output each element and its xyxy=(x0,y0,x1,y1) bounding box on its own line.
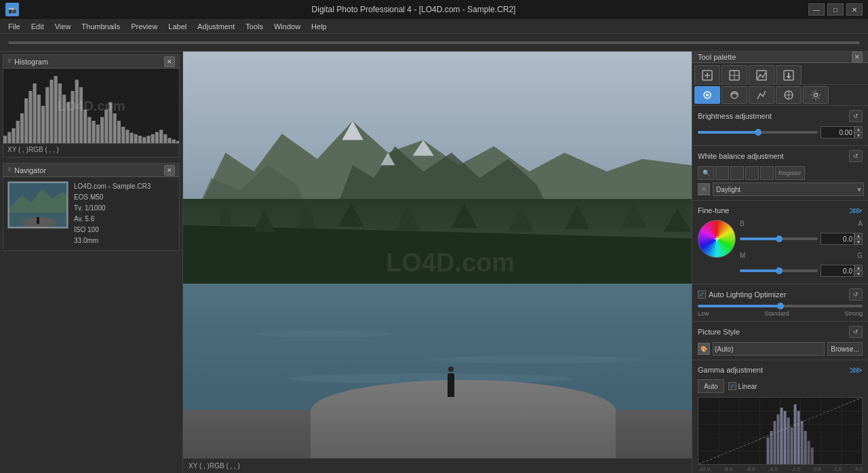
gamma-section: Gamma adjustment ⋙ Auto ✓ Linear xyxy=(692,360,868,473)
wb-register-button[interactable]: Register xyxy=(775,166,805,180)
mg-slider-row: 0.0 ▲ ▼ xyxy=(740,265,863,277)
svg-rect-28 xyxy=(121,127,125,143)
menu-window[interactable]: Window xyxy=(269,21,306,32)
tool-subtab-settings[interactable] xyxy=(803,86,829,104)
tool-palette-title: Tool palette xyxy=(698,53,736,61)
ba-spin-down[interactable]: ▼ xyxy=(854,239,863,245)
alo-section: ✓ Auto Lighting Optimizer ↺ Low Standard… xyxy=(692,284,868,322)
brightness-spin-down[interactable]: ▼ xyxy=(854,132,863,138)
mg-slider[interactable] xyxy=(740,269,818,272)
tool-tab-1[interactable] xyxy=(694,65,720,84)
menu-adjustment[interactable]: Adjustment xyxy=(192,21,240,32)
tool-subtab-wb[interactable] xyxy=(722,86,747,104)
minimize-button[interactable]: — xyxy=(808,3,825,16)
alo-slider[interactable] xyxy=(698,305,863,307)
wb-icons: ↺ xyxy=(849,150,863,162)
histogram-content: LO4D.com xyxy=(3,69,179,143)
maximize-button[interactable]: □ xyxy=(827,3,844,16)
left-panel: ⠿ Histogram ✕ LO4D.com xyxy=(0,52,183,473)
tool-subtab-color[interactable] xyxy=(776,86,802,104)
tool-palette-close-button[interactable]: ✕ xyxy=(852,52,863,62)
wb-btn-2[interactable] xyxy=(730,166,744,180)
menu-edit[interactable]: Edit xyxy=(26,21,50,32)
wb-btn-3[interactable] xyxy=(745,166,759,180)
alo-left: ✓ Auto Lighting Optimizer xyxy=(698,290,786,299)
menu-help[interactable]: Help xyxy=(306,21,332,32)
ba-slider[interactable] xyxy=(740,238,818,240)
menu-file[interactable]: File xyxy=(3,21,26,32)
ps-title: Picture Style xyxy=(698,328,740,336)
fine-tune-expand-icon[interactable]: ⋙ xyxy=(849,205,863,216)
svg-rect-2 xyxy=(12,128,15,143)
alo-reset-button[interactable]: ↺ xyxy=(849,288,863,301)
svg-rect-104 xyxy=(794,404,797,464)
wb-section: White balance adjustment ↺ 🔍 Register ☀ … xyxy=(692,146,868,201)
tool-palette-header: Tool palette ✕ xyxy=(692,52,868,63)
svg-rect-38 xyxy=(163,134,167,143)
svg-marker-62 xyxy=(621,203,647,228)
menu-bar: File Edit View Thumbnails Preview Label … xyxy=(0,19,868,34)
svg-rect-1 xyxy=(7,132,11,144)
menu-view[interactable]: View xyxy=(50,21,77,32)
mg-thumb[interactable] xyxy=(776,267,783,274)
wb-reset-button[interactable]: ↺ xyxy=(849,150,863,162)
wb-picker-button[interactable]: 🔍 xyxy=(698,166,714,180)
menu-label[interactable]: Label xyxy=(163,21,192,32)
histogram-close-button[interactable]: ✕ xyxy=(164,56,175,67)
tool-tab-4[interactable] xyxy=(776,65,802,84)
color-wheel[interactable] xyxy=(698,220,736,258)
gamma-linear-checkbox[interactable]: ✓ xyxy=(728,382,736,390)
gamma-axis-labels: -10.0 -8.0 -6.0 -4.0 -2.0 0.0 2.0 4.0 xyxy=(698,466,863,472)
navigator-tv: Tv. 1/1000 xyxy=(74,203,151,214)
histogram-panel: ⠿ Histogram ✕ LO4D.com xyxy=(3,54,180,157)
gamma-expand-icon[interactable]: ⋙ xyxy=(849,364,863,375)
svg-marker-60 xyxy=(508,207,534,232)
svg-rect-0 xyxy=(3,136,7,143)
svg-rect-108 xyxy=(808,441,810,464)
svg-rect-102 xyxy=(787,417,790,464)
svg-rect-23 xyxy=(100,117,104,144)
toolbar-slider[interactable] xyxy=(8,41,860,44)
fine-tune-title: Fine-tune xyxy=(698,206,729,214)
ba-spin-up[interactable]: ▲ xyxy=(854,233,863,239)
menu-preview[interactable]: Preview xyxy=(125,21,163,32)
picture-style-section: Picture Style ↺ 🎨 (Auto) Standard Portra… xyxy=(692,322,868,360)
menu-thumbnails[interactable]: Thumbnails xyxy=(76,21,125,32)
brightness-slider[interactable] xyxy=(698,131,818,134)
brightness-thumb[interactable] xyxy=(755,129,762,136)
figure-body xyxy=(448,373,454,390)
ps-reset-button[interactable]: ↺ xyxy=(849,326,863,338)
menu-tools[interactable]: Tools xyxy=(240,21,269,32)
toolbar xyxy=(0,34,868,52)
tool-tab-3[interactable] xyxy=(749,65,774,84)
wb-preset-select[interactable]: Daylight Cloudy Shade Tungsten Fluoresce… xyxy=(713,183,864,196)
ps-section-header: Picture Style ↺ xyxy=(698,326,863,338)
alo-checkbox[interactable]: ✓ xyxy=(698,290,706,299)
brightness-spin-up[interactable]: ▲ xyxy=(854,126,863,132)
ba-thumb[interactable] xyxy=(776,235,783,242)
svg-rect-11 xyxy=(50,80,53,144)
svg-marker-63 xyxy=(663,209,692,232)
tool-subtab-tone[interactable] xyxy=(749,86,774,104)
tool-tab-2[interactable] xyxy=(722,65,747,84)
tool-subtab-basic[interactable] xyxy=(694,86,720,104)
wb-btn-1[interactable] xyxy=(715,166,729,180)
gamma-auto-button[interactable]: Auto xyxy=(698,379,724,393)
wb-btn-4[interactable] xyxy=(760,166,774,180)
ps-browse-button[interactable]: Browse... xyxy=(827,342,863,356)
svg-rect-18 xyxy=(79,88,83,144)
svg-rect-100 xyxy=(781,408,783,464)
brightness-reset-button[interactable]: ↺ xyxy=(849,110,863,122)
main-layout: ⠿ Histogram ✕ LO4D.com xyxy=(0,52,868,473)
image-area: LO4D.com XY ( , )RGB ( , , ) xyxy=(183,52,692,473)
mg-spin-down[interactable]: ▼ xyxy=(854,271,863,277)
close-button[interactable]: ✕ xyxy=(846,3,863,16)
ps-select[interactable]: (Auto) Standard Portrait Landscape Fine … xyxy=(713,342,825,356)
svg-marker-61 xyxy=(565,204,591,229)
mg-spin-up[interactable]: ▲ xyxy=(854,265,863,271)
figure-layer xyxy=(448,366,454,397)
svg-rect-21 xyxy=(92,121,96,143)
navigator-close-button[interactable]: ✕ xyxy=(164,165,175,176)
alo-thumb[interactable] xyxy=(777,303,784,309)
navigator-header: ⠿ Navigator ✕ xyxy=(3,164,179,177)
